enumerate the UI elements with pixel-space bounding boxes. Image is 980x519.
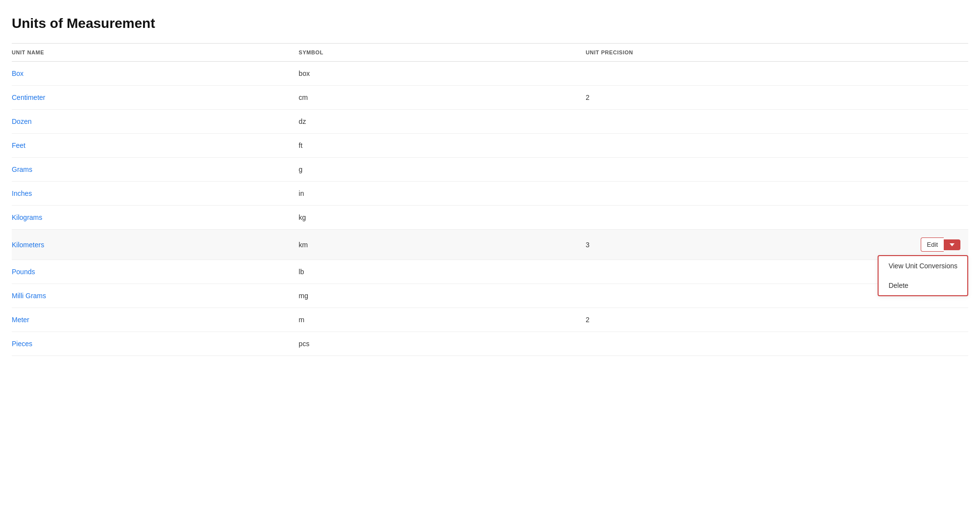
unit-name-link[interactable]: Centimeter [12,94,45,101]
unit-precision [586,332,873,356]
unit-name-link[interactable]: Feet [12,142,25,149]
table-row: Kilometerskm3EditView Unit ConversionsDe… [12,230,968,260]
col-header-name: UNIT NAME [12,44,299,62]
col-header-symbol: SYMBOL [299,44,586,62]
unit-symbol: lb [299,260,586,284]
unit-actions-cell [873,134,968,158]
unit-precision [586,158,873,182]
table-row: Gramsg [12,158,968,182]
unit-name-link[interactable]: Box [12,70,24,77]
unit-symbol: box [299,62,586,86]
unit-symbol: pcs [299,332,586,356]
dropdown-menu-item-delete[interactable]: Delete [879,276,967,295]
unit-name-link[interactable]: Dozen [12,118,31,125]
unit-symbol: kg [299,206,586,230]
page-title: Units of Measurement [12,16,968,31]
table-row: Dozendz [12,110,968,134]
unit-symbol: dz [299,110,586,134]
unit-actions-cell [873,332,968,356]
unit-name-link[interactable]: Milli Grams [12,292,46,300]
unit-actions-cell: EditView Unit ConversionsDelete [873,230,968,260]
unit-precision [586,260,873,284]
table-header-row: UNIT NAME SYMBOL UNIT PRECISION [12,44,968,62]
unit-actions-cell [873,182,968,206]
unit-precision: 2 [586,308,873,332]
unit-actions-cell [873,86,968,110]
unit-precision: 3 [586,230,873,260]
unit-precision [586,134,873,158]
page-container: Units of Measurement UNIT NAME SYMBOL UN… [0,0,980,372]
unit-symbol: ft [299,134,586,158]
table-row: Centimetercm2 [12,86,968,110]
table-row: Inchesin [12,182,968,206]
unit-symbol: in [299,182,586,206]
unit-precision [586,206,873,230]
table-row: Kilogramskg [12,206,968,230]
chevron-down-icon [950,243,955,246]
unit-precision: 2 [586,86,873,110]
table-row: Feetft [12,134,968,158]
unit-name-link[interactable]: Meter [12,316,29,324]
unit-symbol: g [299,158,586,182]
table-row: Poundslb [12,260,968,284]
unit-precision [586,182,873,206]
edit-button-group: Edit [873,237,960,252]
unit-symbol: km [299,230,586,260]
table-row: Milli Gramsmg [12,284,968,308]
unit-symbol: m [299,308,586,332]
units-table: UNIT NAME SYMBOL UNIT PRECISION BoxboxCe… [12,43,968,356]
unit-precision [586,110,873,134]
dropdown-toggle-button[interactable] [944,239,960,250]
unit-name-link[interactable]: Inches [12,189,32,197]
unit-name-link[interactable]: Kilometers [12,241,44,249]
col-header-actions [873,44,968,62]
unit-precision [586,62,873,86]
unit-name-link[interactable]: Pounds [12,268,35,276]
col-header-precision: UNIT PRECISION [586,44,873,62]
unit-name-link[interactable]: Grams [12,165,32,173]
unit-symbol: mg [299,284,586,308]
table-row: Meterm2 [12,308,968,332]
unit-actions-cell [873,308,968,332]
unit-name-link[interactable]: Pieces [12,340,32,348]
table-row: Piecespcs [12,332,968,356]
unit-actions-cell [873,62,968,86]
dropdown-menu: View Unit ConversionsDelete [878,255,968,296]
table-row: Boxbox [12,62,968,86]
unit-name-link[interactable]: Kilograms [12,213,42,221]
edit-button[interactable]: Edit [921,237,944,252]
unit-actions-cell [873,110,968,134]
dropdown-menu-item-view-unit-conversions[interactable]: View Unit Conversions [879,256,967,276]
unit-symbol: cm [299,86,586,110]
unit-precision [586,284,873,308]
unit-actions-cell [873,158,968,182]
unit-actions-cell [873,206,968,230]
